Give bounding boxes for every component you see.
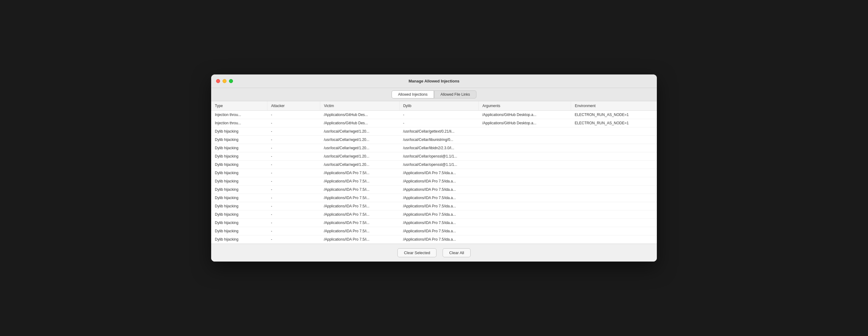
cell-arguments: /Applications/GitHub Desktop.a... bbox=[478, 119, 571, 128]
cell-dylib: /usr/local/Cellar/libunistring/0... bbox=[399, 136, 478, 144]
table-row[interactable]: Dylib hijacking-/Applications/IDA Pro 7.… bbox=[211, 177, 657, 186]
cell-dylib: /Applications/IDA Pro 7.5/ida.a... bbox=[399, 235, 478, 244]
cell-attacker: - bbox=[268, 194, 320, 202]
cell-attacker: - bbox=[268, 136, 320, 144]
cell-type: Dylib hijacking bbox=[211, 235, 268, 244]
cell-type: Dylib hijacking bbox=[211, 186, 268, 194]
cell-environment bbox=[571, 194, 657, 202]
table-row[interactable]: Dylib hijacking-/Applications/IDA Pro 7.… bbox=[211, 186, 657, 194]
table-row[interactable]: Dylib hijacking-/usr/local/Cellar/wget/1… bbox=[211, 161, 657, 169]
table-row[interactable]: Dylib hijacking-/Applications/IDA Pro 7.… bbox=[211, 211, 657, 219]
cell-dylib: /Applications/IDA Pro 7.5/ida.a... bbox=[399, 194, 478, 202]
cell-attacker: - bbox=[268, 152, 320, 161]
cell-environment bbox=[571, 177, 657, 186]
cell-attacker: - bbox=[268, 227, 320, 235]
cell-attacker: - bbox=[268, 161, 320, 169]
cell-dylib: - bbox=[399, 119, 478, 128]
cell-environment: ELECTRON_RUN_AS_NODE=1 bbox=[571, 111, 657, 119]
table-row[interactable]: Dylib hijacking-/Applications/IDA Pro 7.… bbox=[211, 169, 657, 177]
cell-attacker: - bbox=[268, 186, 320, 194]
maximize-button[interactable] bbox=[229, 79, 233, 83]
cell-attacker: - bbox=[268, 169, 320, 177]
tab-allowed-injections[interactable]: Allowed Injections bbox=[392, 90, 434, 99]
table-row[interactable]: Dylib hijacking-/usr/local/Cellar/wget/1… bbox=[211, 144, 657, 152]
footer: Clear Selected Clear All bbox=[211, 244, 657, 261]
header-arguments: Arguments bbox=[478, 101, 571, 111]
tabs-bar: Allowed Injections Allowed File Links bbox=[211, 88, 657, 101]
cell-attacker: - bbox=[268, 235, 320, 244]
traffic-lights bbox=[216, 79, 233, 83]
table-row[interactable]: Dylib hijacking-/usr/local/Cellar/wget/1… bbox=[211, 152, 657, 161]
cell-victim: /Applications/GitHub Des... bbox=[320, 111, 399, 119]
cell-victim: /usr/local/Cellar/wget/1.20... bbox=[320, 128, 399, 136]
cell-environment: ELECTRON_RUN_AS_NODE=1 bbox=[571, 119, 657, 128]
cell-environment bbox=[571, 169, 657, 177]
minimize-button[interactable] bbox=[222, 79, 226, 83]
cell-arguments bbox=[478, 136, 571, 144]
clear-selected-button[interactable]: Clear Selected bbox=[397, 248, 436, 257]
cell-environment bbox=[571, 152, 657, 161]
cell-attacker: - bbox=[268, 128, 320, 136]
cell-arguments bbox=[478, 186, 571, 194]
cell-attacker: - bbox=[268, 144, 320, 152]
cell-type: Dylib hijacking bbox=[211, 227, 268, 235]
cell-dylib: /Applications/IDA Pro 7.5/ida.a... bbox=[399, 211, 478, 219]
table-container: Type Attacker Victim Dylib Arguments Env… bbox=[211, 101, 657, 244]
table-row[interactable]: Dylib hijacking-/Applications/IDA Pro 7.… bbox=[211, 219, 657, 227]
cell-type: Dylib hijacking bbox=[211, 177, 268, 186]
cell-victim: /usr/local/Cellar/wget/1.20... bbox=[320, 161, 399, 169]
cell-type: Dylib hijacking bbox=[211, 194, 268, 202]
cell-type: Dylib hijacking bbox=[211, 202, 268, 211]
cell-arguments bbox=[478, 177, 571, 186]
cell-dylib: /Applications/IDA Pro 7.5/ida.a... bbox=[399, 186, 478, 194]
cell-type: Dylib hijacking bbox=[211, 169, 268, 177]
close-button[interactable] bbox=[216, 79, 220, 83]
cell-type: Dylib hijacking bbox=[211, 144, 268, 152]
main-window: Manage Allowed Injections Allowed Inject… bbox=[211, 75, 657, 261]
table-row[interactable]: Injection throu...-/Applications/GitHub … bbox=[211, 119, 657, 128]
cell-victim: /Applications/IDA Pro 7.5/i... bbox=[320, 211, 399, 219]
cell-dylib: /Applications/IDA Pro 7.5/ida.a... bbox=[399, 177, 478, 186]
header-attacker: Attacker bbox=[268, 101, 320, 111]
cell-type: Dylib hijacking bbox=[211, 161, 268, 169]
injections-table: Type Attacker Victim Dylib Arguments Env… bbox=[211, 101, 657, 244]
cell-arguments bbox=[478, 169, 571, 177]
cell-arguments bbox=[478, 202, 571, 211]
tab-allowed-file-links[interactable]: Allowed File Links bbox=[434, 90, 476, 99]
cell-environment bbox=[571, 144, 657, 152]
cell-victim: /Applications/IDA Pro 7.5/i... bbox=[320, 177, 399, 186]
cell-attacker: - bbox=[268, 111, 320, 119]
table-row[interactable]: Dylib hijacking-/usr/local/Cellar/wget/1… bbox=[211, 136, 657, 144]
cell-arguments: /Applications/GitHub Desktop.a... bbox=[478, 111, 571, 119]
table-row[interactable]: Dylib hijacking-/Applications/IDA Pro 7.… bbox=[211, 202, 657, 211]
cell-victim: /Applications/IDA Pro 7.5/i... bbox=[320, 194, 399, 202]
table-row[interactable]: Dylib hijacking-/Applications/IDA Pro 7.… bbox=[211, 227, 657, 235]
table-row[interactable]: Dylib hijacking-/Applications/IDA Pro 7.… bbox=[211, 194, 657, 202]
cell-arguments bbox=[478, 161, 571, 169]
table-row[interactable]: Dylib hijacking-/Applications/IDA Pro 7.… bbox=[211, 235, 657, 244]
table-row[interactable]: Injection throu...-/Applications/GitHub … bbox=[211, 111, 657, 119]
cell-attacker: - bbox=[268, 211, 320, 219]
cell-type: Injection throu... bbox=[211, 119, 268, 128]
cell-environment bbox=[571, 202, 657, 211]
cell-type: Dylib hijacking bbox=[211, 128, 268, 136]
cell-dylib: /Applications/IDA Pro 7.5/ida.a... bbox=[399, 227, 478, 235]
cell-arguments bbox=[478, 219, 571, 227]
cell-dylib: /Applications/IDA Pro 7.5/ida.a... bbox=[399, 169, 478, 177]
cell-victim: /Applications/IDA Pro 7.5/i... bbox=[320, 227, 399, 235]
cell-dylib: - bbox=[399, 111, 478, 119]
clear-all-button[interactable]: Clear All bbox=[443, 248, 470, 257]
titlebar: Manage Allowed Injections bbox=[211, 75, 657, 88]
cell-victim: /Applications/IDA Pro 7.5/i... bbox=[320, 219, 399, 227]
cell-attacker: - bbox=[268, 202, 320, 211]
cell-arguments bbox=[478, 194, 571, 202]
cell-type: Dylib hijacking bbox=[211, 136, 268, 144]
cell-environment bbox=[571, 235, 657, 244]
cell-victim: /Applications/IDA Pro 7.5/i... bbox=[320, 235, 399, 244]
cell-dylib: /usr/local/Cellar/gettext/0.21/li... bbox=[399, 128, 478, 136]
cell-environment bbox=[571, 136, 657, 144]
cell-arguments bbox=[478, 144, 571, 152]
table-row[interactable]: Dylib hijacking-/usr/local/Cellar/wget/1… bbox=[211, 128, 657, 136]
cell-victim: /Applications/IDA Pro 7.5/i... bbox=[320, 186, 399, 194]
header-victim: Victim bbox=[320, 101, 399, 111]
